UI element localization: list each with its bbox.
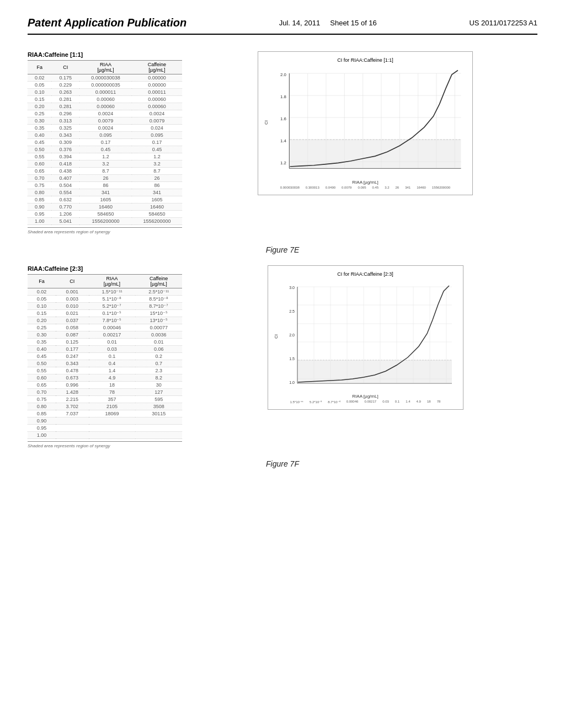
table-cell: 341: [79, 189, 132, 196]
table-cell: 0.4: [89, 360, 136, 367]
table-row: 0.650.9961830: [28, 382, 182, 389]
table-cell: 0.0024: [132, 110, 182, 117]
table-cell: 0.024: [132, 125, 182, 132]
table-cell: 0.80: [28, 403, 56, 410]
table-cell: [89, 417, 136, 425]
table-row: 0.100.0105.2*10⁻⁷8.7*10⁻⁷: [28, 303, 182, 310]
table-cell: 0.000000035: [79, 82, 132, 89]
table-row: 0.701.42878127: [28, 389, 182, 396]
table-cell: 3508: [135, 403, 182, 410]
table-row: 0.95: [28, 425, 182, 432]
table-cell: 0.06: [135, 346, 182, 353]
table-row: 0.500.3430.40.7: [28, 360, 182, 367]
table-row: 0.050.0035.1*10⁻⁸8.5*10⁻⁸: [28, 296, 182, 303]
table-row: 1.00: [28, 432, 182, 439]
table-row: 0.450.3090.170.17: [28, 139, 182, 146]
table-row: 0.350.3250.00240.024: [28, 125, 182, 132]
table-cell: 7.8*10⁻⁵: [89, 317, 136, 324]
table-cell: 0.407: [51, 175, 79, 182]
svg-text:1.2: 1.2: [280, 160, 286, 165]
figure-7e-caption: Figure 7E: [28, 245, 537, 254]
table-cell: 3.2: [132, 160, 182, 168]
table-cell: 8.7: [79, 168, 132, 175]
table-7f-container: RIAA:Caffeine [2:3] Fa CI RIAA[µg/mL] Ca…: [28, 265, 182, 448]
table-row: 0.900.7701646016460: [28, 204, 182, 211]
chart-7e-container: CI for RIAA:Caffeine [1:1] CI: [258, 51, 473, 195]
chart-7f-y-label: CI: [274, 334, 279, 339]
table-cell: 0.554: [51, 189, 79, 196]
table-cell: 0.309: [51, 139, 79, 146]
svg-text:3.0: 3.0: [289, 286, 295, 290]
table-cell: 0.17: [79, 139, 132, 146]
table-cell: 0.00060: [132, 103, 182, 110]
svg-text:1.5: 1.5: [289, 357, 295, 361]
table-cell: 0.85: [28, 410, 56, 417]
chart-7f-title: CI for RIAA:Caffeine [2:3]: [274, 271, 457, 277]
table-cell: 0.20: [28, 103, 51, 110]
table-cell: 0.50: [28, 360, 56, 367]
table-row: 0.300.3130.00790.0079: [28, 117, 182, 125]
table-cell: 0.001: [56, 288, 89, 296]
table-cell: 0.85: [28, 196, 51, 204]
table-cell: [56, 432, 89, 439]
chart-7f-plot: 3.0 2.5 2.0 1.5 1.0: [281, 281, 457, 392]
table-cell: 0.00217: [89, 331, 136, 339]
table-cell: 30: [135, 382, 182, 389]
table-row: 0.020.0011.5*10⁻¹¹2.5*10⁻¹¹: [28, 288, 182, 296]
table-cell: 0.01: [135, 339, 182, 346]
table-cell: 0.010: [56, 303, 89, 310]
table-cell: 2.3: [135, 367, 182, 374]
table-cell: 584650: [132, 211, 182, 218]
table-cell: 1.00: [28, 218, 51, 225]
chart-7e-plot: 2.0 1.8 1.6 1.4 1.2: [271, 67, 467, 178]
table-cell: 0.281: [51, 96, 79, 103]
table-row: 0.951.206584650584650: [28, 211, 182, 218]
svg-text:2.5: 2.5: [289, 309, 295, 313]
table-cell: 26: [79, 175, 132, 182]
table-row: 0.550.4781.42.3: [28, 367, 182, 374]
table-cell: 0.55: [28, 367, 56, 374]
svg-text:1.0: 1.0: [289, 381, 295, 384]
table-row: 0.600.4183.23.2: [28, 160, 182, 168]
table-cell: 16460: [79, 204, 132, 211]
chart-7e-y-label: CI: [264, 120, 269, 125]
table-cell: 0.000011: [79, 89, 132, 96]
col-ci-7e: CI: [51, 61, 79, 74]
table-row: 0.550.3941.21.2: [28, 153, 182, 160]
table-cell: 0.75: [28, 182, 51, 189]
table-cell: 0.343: [56, 360, 89, 367]
table-cell: 0.0024: [79, 110, 132, 117]
table-7e-footnote: Shaded area represents region of synergy: [28, 227, 182, 234]
table-cell: 0.325: [51, 125, 79, 132]
table-row: 0.650.4388.78.7: [28, 168, 182, 175]
table-cell: 0.10: [28, 303, 56, 310]
table-cell: 1.5*10⁻¹¹: [89, 288, 136, 296]
table-row: 0.400.3430.0950.095: [28, 132, 182, 139]
table-cell: 0.25: [28, 324, 56, 331]
table-cell: 30115: [135, 410, 182, 417]
table-row: 0.857.0371806930115: [28, 410, 182, 417]
table-cell: 5.1*10⁻⁸: [89, 296, 136, 303]
patent-number: US 2011/0172253 A1: [469, 17, 537, 27]
table-cell: 0.1*10⁻⁵: [89, 310, 136, 317]
table-cell: 7.037: [56, 410, 89, 417]
table-cell: 357: [89, 396, 136, 403]
col-riaa-7e: RIAA[µg/mL]: [79, 61, 132, 74]
col-ci-7f: CI: [56, 275, 89, 288]
table-cell: 3.2: [79, 160, 132, 168]
table-cell: 0.00060: [79, 96, 132, 103]
table-cell: 86: [132, 182, 182, 189]
table-cell: 4.9: [89, 374, 136, 382]
table-cell: 0.90: [28, 204, 51, 211]
table-row: 0.200.2810.000600.00060: [28, 103, 182, 110]
table-cell: 0.90: [28, 417, 56, 425]
table-cell: 8.5*10⁻⁸: [135, 296, 182, 303]
table-cell: 0.60: [28, 374, 56, 382]
table-cell: 0.40: [28, 346, 56, 353]
table-cell: 2.5*10⁻¹¹: [135, 288, 182, 296]
chart-7e-x-ticks: 0.0000300380.3000130.04900.00790.0950.45…: [264, 186, 467, 189]
table-cell: 1.00: [28, 432, 56, 439]
table-cell: [56, 417, 89, 425]
chart-7e-x-label: RIAA [µg/mL]: [264, 180, 467, 185]
table-cell: 0.003: [56, 296, 89, 303]
